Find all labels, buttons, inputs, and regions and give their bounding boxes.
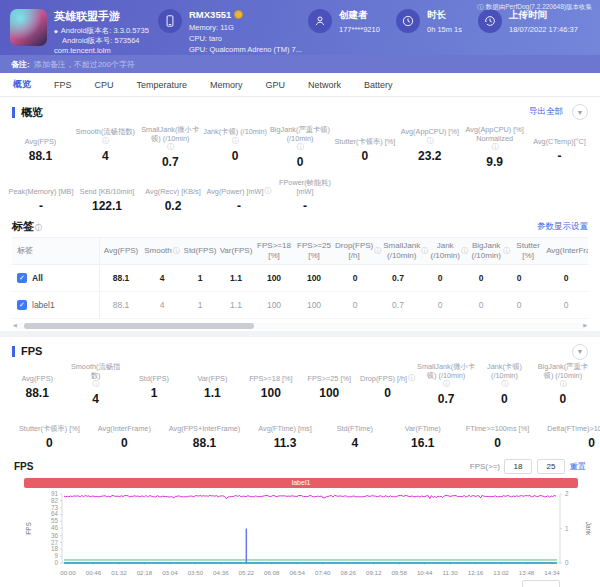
svg-text:09:58: 09:58 <box>391 569 407 576</box>
row-checkbox[interactable]: ✓ <box>17 273 27 283</box>
stat-value: 0 <box>268 155 333 169</box>
table-horizontal-scrollbar[interactable]: ◀ ▶ <box>12 323 588 329</box>
svg-text:Jank: Jank <box>585 522 592 536</box>
table-cell: 0 <box>420 292 460 318</box>
stat-label: Avg(InterFrame) <box>98 412 151 433</box>
stat-item: FTime>=100ms [%]0 <box>457 412 538 450</box>
table-cell: 88.1 <box>100 292 142 318</box>
stat-label: Var(FTime) <box>398 412 448 433</box>
device-badge-icon[interactable] <box>234 10 243 19</box>
stat-label: Avg(CTemp)[°C] <box>527 125 592 146</box>
stat-value: - <box>272 199 338 213</box>
table-cell: 0 <box>502 265 536 291</box>
tab-Memory[interactable]: Memory <box>210 80 243 90</box>
label-annotation-bar[interactable]: label1 <box>24 478 578 488</box>
creator-label: 创建者 <box>339 9 380 22</box>
info-icon[interactable]: ⓘ <box>265 187 272 196</box>
app-info-block: 英雄联盟手游 ◆Android版本名: 3.3.0.5735 Android版本… <box>10 9 149 56</box>
info-icon[interactable]: ⓘ <box>232 137 239 146</box>
row-checkbox[interactable]: ✓ <box>17 300 27 310</box>
collapse-overview-button[interactable]: ▼ <box>572 104 588 120</box>
column-header: Var(FPS) <box>218 238 254 264</box>
fps-threshold-high-input[interactable] <box>537 459 565 474</box>
device-cpu: CPU: taro <box>189 34 302 45</box>
stat-value: 0.7 <box>138 155 203 169</box>
tab-CPU[interactable]: CPU <box>95 80 114 90</box>
tab-Network[interactable]: Network <box>308 80 341 90</box>
stat-item: Send [KB/10min]122.1 <box>74 175 140 213</box>
column-header: BigJank (/10min)ⓘ <box>469 238 511 264</box>
stat-label: SmallJank(微小卡顿) (/10min)ⓘ <box>138 125 203 152</box>
info-icon[interactable]: ⓘ <box>560 380 567 389</box>
info-icon[interactable]: ⓘ <box>461 247 468 256</box>
export-all-link[interactable]: 导出全部 <box>529 106 563 118</box>
scrollbar-thumb[interactable] <box>24 323 254 329</box>
tab-GPU[interactable]: GPU <box>266 80 286 90</box>
labels-table: 标签Avg(FPS)SmoothⓘStd(FPS)Var(FPS)FPS>=18… <box>12 237 588 319</box>
svg-text:03:04: 03:04 <box>162 569 178 576</box>
stat-label: Std(FPS) <box>125 362 183 383</box>
info-icon[interactable]: ⓘ <box>492 143 499 152</box>
app-version-name: Android版本名: 3.3.0.5735 <box>61 26 149 36</box>
tab-Battery[interactable]: Battery <box>364 80 393 90</box>
creator-value: 177****9210 <box>339 25 380 36</box>
collapse-fps-button[interactable]: ▼ <box>572 344 588 360</box>
labels-title: 标签 <box>12 220 34 232</box>
stat-item: Avg(Recv) [KB/s]0.2 <box>140 175 206 213</box>
note-bar[interactable]: 备注: 添加备注，不超过200个字符 <box>0 55 600 73</box>
stat-label: Drop(FPS) [/h]ⓘ <box>358 362 416 383</box>
info-icon[interactable]: ⓘ <box>374 247 381 256</box>
stat-item: Peak(Memory) [MB]- <box>8 175 74 213</box>
clock-icon <box>396 9 420 33</box>
table-row[interactable]: ✓All88.1411.110010000.7000088.111.3 <box>12 265 588 292</box>
scroll-left-icon[interactable]: ◀ <box>13 322 17 328</box>
source-note: ⓘ 数据由PerfDog(7.2.220648)版本收集 <box>477 3 592 12</box>
info-icon[interactable]: ⓘ <box>408 374 415 383</box>
stat-item: Jank(卡顿) (/10min)ⓘ0 <box>475 362 533 406</box>
info-icon[interactable]: ⓘ <box>93 380 100 389</box>
svg-text:55: 55 <box>51 517 59 524</box>
fps-title: FPS <box>12 346 42 357</box>
column-header: Avg(FPS) <box>100 238 142 264</box>
column-header-label: 标签 <box>12 238 100 264</box>
svg-text:11:30: 11:30 <box>443 569 459 576</box>
stat-label: Var(FPS) <box>183 362 241 383</box>
stat-label: Stutter(卡顿率) [%] <box>19 412 80 433</box>
tab-FPS[interactable]: FPS <box>54 80 72 90</box>
stat-value: 0 <box>358 386 416 400</box>
tab-Temperature[interactable]: Temperature <box>137 80 188 90</box>
series-FPS <box>64 495 556 498</box>
info-icon[interactable]: ⓘ <box>501 380 508 389</box>
svg-text:08:26: 08:26 <box>340 569 356 576</box>
overview-title: 概览 <box>12 107 43 118</box>
info-icon[interactable]: ⓘ <box>297 143 304 152</box>
svg-text:12:16: 12:16 <box>468 569 484 576</box>
fps-chart[interactable]: 09182736465564738291012FPSJank00:0000:46… <box>0 489 600 585</box>
scroll-right-icon[interactable]: ▶ <box>583 322 587 328</box>
column-header: Stutter [%] <box>511 238 545 264</box>
table-row[interactable]: ✓label188.1411.110010000.7000088.111.3 <box>12 292 588 319</box>
fps-threshold-low-input[interactable] <box>504 459 532 474</box>
table-cell: 0 <box>420 265 460 291</box>
info-icon[interactable]: ⓘ <box>443 380 450 389</box>
device-model: RMX3551 <box>189 9 231 20</box>
info-icon[interactable]: ⓘ <box>102 137 109 146</box>
app-name: 英雄联盟手游 <box>54 9 149 24</box>
info-icon[interactable]: ⓘ <box>35 224 42 231</box>
tab-概览[interactable]: 概览 <box>13 78 31 91</box>
row-label: All <box>32 273 43 284</box>
svg-text:1: 1 <box>565 524 569 531</box>
history-clock-icon <box>478 9 502 33</box>
info-icon[interactable]: ⓘ <box>503 247 510 256</box>
info-icon[interactable]: ⓘ <box>167 143 174 152</box>
table-cell: 88.1 <box>100 265 142 291</box>
info-icon[interactable]: ⓘ <box>421 247 428 256</box>
info-icon[interactable]: ⓘ <box>173 247 180 256</box>
column-header: FPS>=18 [%] <box>254 238 294 264</box>
table-cell: 0 <box>334 292 376 318</box>
reset-link[interactable]: 重置 <box>570 461 586 472</box>
info-icon[interactable]: ⓘ <box>427 137 434 146</box>
partial-input[interactable] <box>522 580 560 587</box>
display-settings-link[interactable]: 参数显示设置 <box>537 221 588 233</box>
stat-value: 122.1 <box>74 199 140 213</box>
